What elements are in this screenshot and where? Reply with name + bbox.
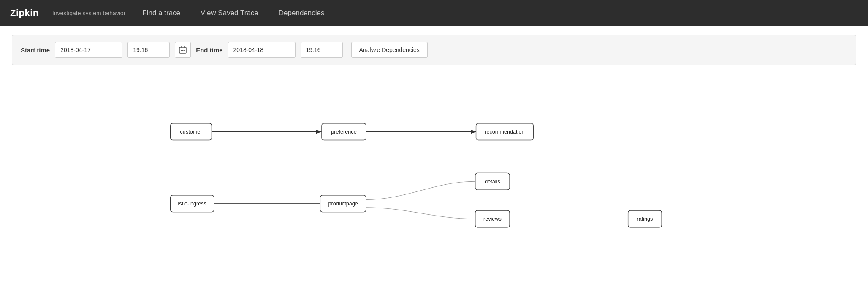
start-time-input[interactable]: [127, 42, 170, 58]
analyze-dependencies-button[interactable]: Analyze Dependencies: [351, 42, 428, 58]
end-date-input[interactable]: [228, 42, 296, 58]
start-date-input[interactable]: [55, 42, 122, 58]
navbar-tagline: Investigate system behavior: [52, 10, 126, 16]
end-time-input[interactable]: [301, 42, 343, 58]
calendar-icon[interactable]: [175, 42, 191, 58]
svg-rect-5: [182, 50, 184, 51]
node-details-label: details: [485, 179, 500, 185]
navbar: Zipkin Investigate system behavior Find …: [0, 0, 868, 26]
node-customer-label: customer: [180, 129, 202, 135]
svg-rect-4: [181, 50, 182, 51]
dependency-graph: customer preference recommendation istio…: [0, 74, 868, 251]
start-time-label: Start time: [21, 46, 50, 54]
node-recommendation-label: recommendation: [485, 129, 524, 135]
svg-rect-6: [184, 50, 185, 51]
brand-logo: Zipkin: [10, 8, 39, 19]
node-productpage-label: productpage: [328, 201, 358, 207]
node-istio-ingress-label: istio-ingress: [178, 201, 207, 207]
nav-view-saved-trace[interactable]: View Saved Trace: [197, 7, 262, 19]
end-time-label: End time: [196, 46, 222, 54]
node-reviews-label: reviews: [483, 216, 502, 222]
nav-find-trace[interactable]: Find a trace: [139, 7, 184, 19]
filter-bar: Start time End time Analyze Dependencies: [12, 35, 856, 65]
edge-productpage-reviews: [364, 208, 475, 219]
node-preference-label: preference: [331, 129, 357, 135]
nav-dependencies[interactable]: Dependencies: [275, 7, 328, 19]
edge-productpage-details: [364, 181, 475, 199]
node-ratings-label: ratings: [637, 216, 653, 222]
